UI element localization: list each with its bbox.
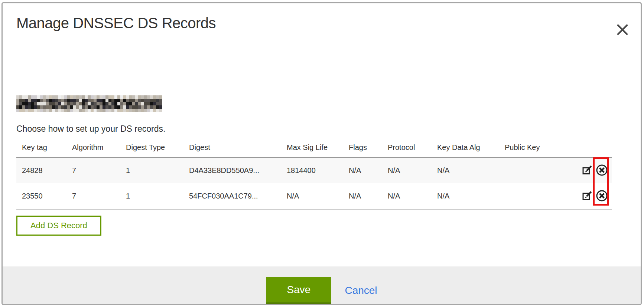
- domain-name-redacted: [16, 95, 162, 112]
- cell-digest: 54FCF030AA1C79...: [189, 183, 287, 209]
- cell-protocol: N/A: [388, 183, 437, 209]
- delete-icon: [596, 197, 608, 203]
- add-ds-record-button[interactable]: Add DS Record: [16, 216, 101, 236]
- cell-flags: N/A: [349, 157, 388, 183]
- edit-record-button[interactable]: [582, 165, 592, 176]
- table-row: 23550 7 1 54FCF030AA1C79... N/A N/A N/A …: [16, 183, 612, 209]
- cell-algorithm: 7: [72, 157, 126, 183]
- page-title: Manage DNSSEC DS Records: [16, 14, 627, 32]
- setup-instruction: Choose how to set up your DS records.: [16, 124, 627, 134]
- edit-icon: [582, 171, 592, 176]
- edit-record-button[interactable]: [582, 190, 592, 202]
- cell-algorithm: 7: [72, 183, 126, 209]
- delete-record-button[interactable]: [596, 164, 608, 177]
- cell-max-sig-life: 1814400: [287, 157, 349, 183]
- column-header-key-tag: Key tag: [16, 138, 72, 157]
- cell-key-tag: 23550: [16, 183, 72, 209]
- cell-max-sig-life: N/A: [287, 183, 349, 209]
- save-button[interactable]: Save: [266, 277, 331, 304]
- cell-digest-type: 1: [126, 157, 189, 183]
- table-header-row: Key tag Algorithm Digest Type Digest Max…: [16, 138, 612, 157]
- column-header-public-key: Public Key: [505, 138, 560, 157]
- cancel-link[interactable]: Cancel: [345, 285, 377, 296]
- column-header-actions: [560, 138, 612, 157]
- column-header-digest-type: Digest Type: [126, 138, 189, 157]
- column-header-digest: Digest: [189, 138, 287, 157]
- cell-actions: [560, 157, 612, 183]
- cell-key-data-alg: N/A: [437, 157, 505, 183]
- dialog-manage-dnssec: Manage DNSSEC DS Records Choose how to s…: [1, 2, 642, 305]
- cell-key-data-alg: N/A: [437, 183, 505, 209]
- delete-icon: [596, 172, 608, 177]
- column-header-algorithm: Algorithm: [72, 138, 126, 157]
- cell-actions: [560, 183, 612, 209]
- cell-public-key: [505, 157, 560, 183]
- dialog-footer: Save Cancel: [3, 266, 641, 305]
- column-header-flags: Flags: [349, 138, 388, 157]
- column-header-key-data-alg: Key Data Alg: [437, 138, 505, 157]
- cell-flags: N/A: [349, 183, 388, 209]
- close-icon: [616, 32, 629, 37]
- table-row: 24828 7 1 D4A33E8DD550A9... 1814400 N/A …: [16, 157, 612, 183]
- column-header-max-sig-life: Max Sig Life: [287, 138, 349, 157]
- column-header-protocol: Protocol: [388, 138, 437, 157]
- dialog-content: Manage DNSSEC DS Records Choose how to s…: [3, 14, 641, 305]
- edit-icon: [582, 196, 592, 202]
- screen: Manage DNSSEC DS Records Choose how to s…: [0, 0, 644, 308]
- delete-record-button[interactable]: [596, 190, 608, 203]
- cell-digest: D4A33E8DD550A9...: [189, 157, 287, 183]
- cell-public-key: [505, 183, 560, 209]
- close-button[interactable]: [616, 23, 629, 36]
- ds-records-table: Key tag Algorithm Digest Type Digest Max…: [16, 138, 612, 210]
- cell-protocol: N/A: [388, 157, 437, 183]
- cell-digest-type: 1: [126, 183, 189, 209]
- cell-key-tag: 24828: [16, 157, 72, 183]
